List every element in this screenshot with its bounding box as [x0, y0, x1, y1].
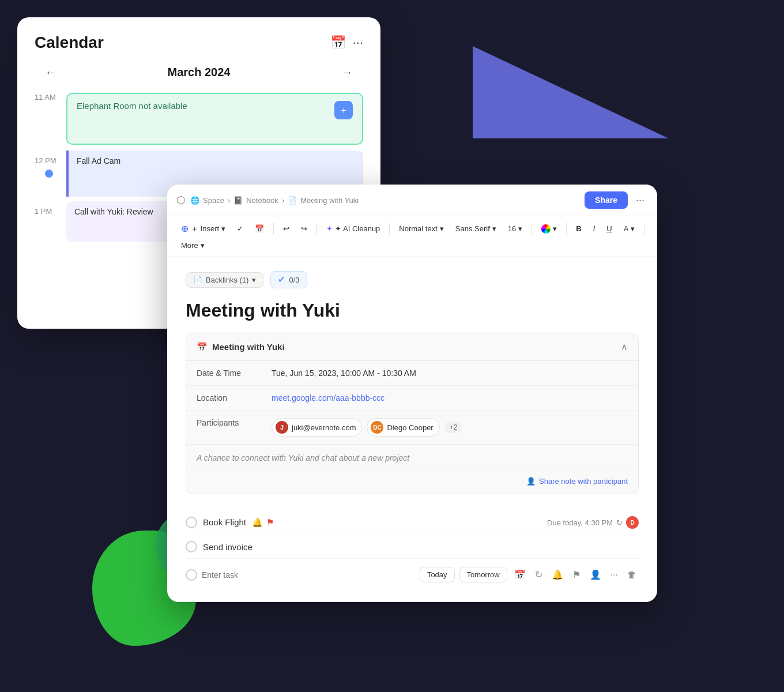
breadcrumb-notebook[interactable]: Notebook: [246, 196, 278, 205]
blue-triangle-decoration: [473, 46, 669, 138]
task-delete-button[interactable]: 🗑: [625, 569, 639, 581]
task-send-invoice-checkbox[interactable]: [186, 541, 197, 552]
plus-insert-icon: ⊕: [181, 223, 189, 234]
backlinks-chevron-icon: ▾: [252, 276, 256, 284]
highlight-button[interactable]: A ▾: [619, 222, 640, 235]
color-circle-icon: [541, 224, 551, 234]
task-repeat-icon: ↻: [616, 518, 623, 527]
meeting-description: A chance to connect with Yuki and chat a…: [186, 445, 638, 471]
highlight-chevron-icon: ▾: [631, 224, 635, 233]
more-options-button[interactable]: ···: [632, 192, 648, 209]
meeting-card-collapse-button[interactable]: ∧: [621, 341, 628, 352]
event-add-button[interactable]: ＋: [334, 101, 353, 119]
breadcrumb: 🌐 Space › 📓 Notebook › 📄 Meeting with Yu…: [190, 196, 580, 205]
event-elephant-room[interactable]: Elephant Room not available ＋: [66, 93, 363, 145]
breadcrumb-sep1: ›: [228, 196, 230, 205]
task-repeat-button[interactable]: ↻: [533, 568, 545, 581]
meeting-card: 📅 Meeting with Yuki ∧ Date & Time Tue, J…: [186, 333, 639, 494]
font-size-button[interactable]: 16 ▾: [503, 222, 527, 235]
participants-label: Participants: [197, 418, 272, 427]
meeting-card-header: 📅 Meeting with Yuki ∧: [186, 333, 638, 361]
check-icon: ✓: [237, 224, 243, 233]
task-send-invoice-label: Send invoice: [203, 542, 639, 552]
breadcrumb-space[interactable]: Space: [203, 196, 224, 205]
insert-chevron-icon: ▾: [221, 224, 225, 233]
size-chevron-icon: ▾: [518, 224, 522, 233]
task-person-button[interactable]: 👤: [587, 568, 604, 581]
calendar-add-icon[interactable]: 📅: [330, 35, 346, 50]
tasks-badge[interactable]: ✔ 0/3: [270, 271, 307, 288]
task-alarm-button[interactable]: 🔔: [549, 568, 566, 581]
ai-cleanup-button[interactable]: ✦ ✦ AI Cleanup: [322, 222, 385, 235]
participant-diego-name: Diego Cooper: [387, 423, 433, 432]
calendar-prev-button[interactable]: ←: [40, 63, 61, 81]
location-label: Location: [197, 393, 272, 403]
location-link[interactable]: meet.google.com/aaa-bbbb-ccc: [272, 393, 385, 403]
calendar-more-icon[interactable]: ···: [353, 35, 363, 50]
calendar-header: Calendar 📅 ···: [35, 33, 363, 52]
task-flag-button[interactable]: ⚑: [570, 568, 583, 581]
meeting-details: Date & Time Tue, Jun 15, 2023, 10:00 AM …: [186, 361, 638, 494]
breadcrumb-current: Meeting with Yuki: [300, 196, 359, 205]
task-bell-icon: 🔔: [252, 517, 263, 527]
share-note-button[interactable]: 👤 Share note with participant: [526, 477, 628, 486]
participants-list: J juki@evernote.com DC Diego Cooper +2: [272, 418, 462, 437]
font-chevron-icon: ▾: [492, 224, 496, 233]
check-button[interactable]: ✓: [232, 222, 248, 235]
insert-button[interactable]: ⊕ ＋ Insert ▾: [176, 221, 230, 236]
new-task-input[interactable]: [202, 570, 415, 580]
new-task-checkbox[interactable]: [186, 569, 197, 581]
redo-button[interactable]: ↪: [296, 222, 312, 235]
note-window: ⬡ 🌐 Space › 📓 Notebook › 📄 Meeting with …: [167, 185, 657, 602]
task-calendar-icon[interactable]: 📅: [512, 568, 528, 581]
time-12pm: 12 PM: [35, 156, 56, 165]
today-button[interactable]: Today: [420, 567, 455, 582]
toolbar-sep5: [566, 223, 567, 235]
task-assignee-avatar: D: [626, 516, 639, 529]
tomorrow-button[interactable]: Tomorrow: [459, 567, 507, 582]
task-more-button[interactable]: ···: [608, 569, 620, 581]
participant-diego[interactable]: DC Diego Cooper: [367, 418, 439, 437]
note-title[interactable]: Meeting with Yuki: [186, 300, 639, 321]
participant-extra-badge[interactable]: +2: [444, 422, 463, 433]
font-button[interactable]: Sans Serif ▾: [451, 222, 501, 235]
share-button[interactable]: Share: [585, 191, 628, 209]
color-button[interactable]: ▾: [537, 222, 561, 236]
task-book-flight-due: Due today, 4:30 PM: [547, 518, 613, 527]
breadcrumb-notebook-icon: 📓: [233, 196, 243, 205]
time-11am: 11 AM: [35, 93, 56, 101]
bold-button[interactable]: B: [571, 222, 586, 235]
underline-button[interactable]: U: [602, 222, 616, 235]
calendar-title: Calendar: [35, 33, 104, 52]
calendar-month: March 2024: [168, 66, 231, 79]
participants-row: Participants J juki@evernote.com DC Dieg…: [186, 411, 638, 445]
cal-icon: 📅: [255, 224, 264, 233]
note-breadcrumb-toolbar: ⬡ 🌐 Space › 📓 Notebook › 📄 Meeting with …: [167, 185, 657, 216]
toolbar-sep2: [316, 223, 317, 235]
italic-button[interactable]: I: [589, 222, 600, 235]
event-elephant-room-label: Elephant Room not available: [77, 101, 187, 111]
breadcrumb-note-icon: 📄: [288, 196, 297, 205]
event-fall-label: Fall Ad Cam: [77, 156, 120, 166]
calendar-button[interactable]: 📅: [250, 222, 269, 235]
more-format-button[interactable]: More ▾: [176, 239, 209, 252]
toolbar-sep6: [644, 223, 644, 235]
calendar-next-button[interactable]: →: [337, 63, 357, 81]
task-send-invoice: Send invoice: [186, 535, 639, 559]
undo-icon: ↩: [283, 224, 289, 233]
task-book-flight-checkbox[interactable]: [186, 517, 197, 528]
participant-juki[interactable]: J juki@evernote.com: [272, 418, 362, 437]
new-task-row: Today Tomorrow 📅 ↻ 🔔 ⚑ 👤 ··· 🗑: [186, 561, 639, 588]
sparkle-icon: ✦: [326, 224, 333, 233]
task-book-flight: Book Flight 🔔 ⚑ Due today, 4:30 PM ↻ D: [186, 510, 639, 535]
date-time-value: Tue, Jun 15, 2023, 10:00 AM - 10:30 AM: [272, 368, 416, 378]
date-time-row: Date & Time Tue, Jun 15, 2023, 10:00 AM …: [186, 361, 638, 386]
share-note-icon: 👤: [526, 477, 536, 486]
text-style-button[interactable]: Normal text ▾: [394, 222, 448, 235]
more-chevron-icon: ▾: [201, 241, 205, 250]
undo-button[interactable]: ↩: [278, 222, 294, 235]
avatar-juki: J: [276, 421, 288, 434]
backlinks-button[interactable]: 📄 Backlinks (1) ▾: [186, 272, 263, 288]
task-book-flight-label: Book Flight 🔔 ⚑: [203, 517, 541, 528]
avatar-diego: DC: [371, 421, 383, 434]
